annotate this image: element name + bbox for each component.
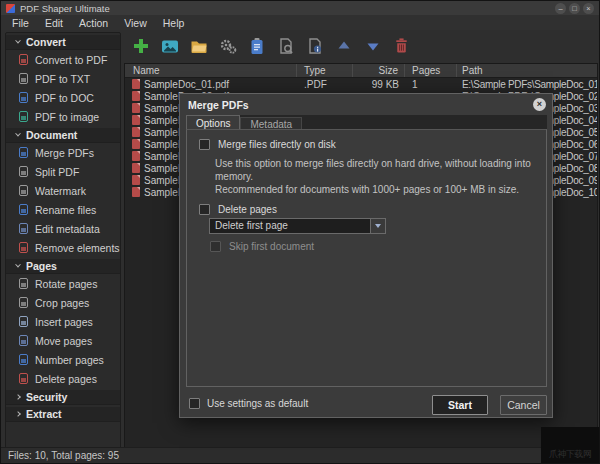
chevron-right-icon	[15, 411, 21, 417]
sidebar-item-rename-files[interactable]: Rename files	[6, 200, 120, 219]
dropdown-selected-value: Delete first page	[210, 219, 370, 233]
close-button[interactable]: ×	[583, 3, 594, 14]
pdf-file-icon	[132, 163, 140, 173]
window-title: PDF Shaper Ultimate	[20, 3, 110, 14]
skip-first-checkbox[interactable]	[210, 241, 221, 252]
sidebar-section-pages[interactable]: Pages	[6, 259, 120, 274]
column-header-type[interactable]: Type	[297, 64, 353, 77]
menu-edit[interactable]: Edit	[37, 17, 71, 29]
chevron-down-icon	[15, 38, 21, 44]
file-pages: 1	[405, 79, 457, 90]
dialog-tabs: Options Metadata	[186, 115, 547, 130]
chevron-down-icon	[15, 262, 21, 268]
sidebar-item-delete-pages[interactable]: Delete pages	[6, 369, 120, 388]
pdf-file-icon	[132, 127, 140, 137]
toolbar	[131, 31, 411, 60]
file-type: .PDF	[297, 79, 353, 90]
window-controls: – □ ×	[555, 3, 594, 14]
maximize-button[interactable]: □	[569, 3, 580, 14]
move-up-icon[interactable]	[334, 36, 353, 55]
sidebar-item-label: Delete pages	[35, 373, 97, 385]
dialog-close-icon[interactable]: ×	[533, 98, 546, 111]
start-button[interactable]: Start	[432, 395, 488, 415]
minimize-button[interactable]: –	[555, 3, 566, 14]
app-icon	[6, 4, 15, 13]
menu-action[interactable]: Action	[71, 17, 116, 29]
sidebar: Convert Convert to PDF PDF to TXT PDF to…	[5, 32, 121, 449]
sidebar-item-label: Crop pages	[35, 297, 89, 309]
column-header-size[interactable]: Size	[353, 64, 405, 77]
skip-first-option: Skip first document	[210, 241, 314, 252]
delete-files-icon[interactable]	[392, 36, 411, 55]
pdf-to-doc-icon	[19, 92, 28, 103]
sidebar-item-remove-elements[interactable]: Remove elements	[6, 238, 120, 257]
menu-file[interactable]: File	[4, 17, 37, 29]
paste-clipboard-icon[interactable]	[247, 36, 266, 55]
menu-view[interactable]: View	[116, 17, 155, 29]
pdf-to-txt-icon	[19, 73, 28, 84]
column-header-name[interactable]: Name	[125, 64, 297, 77]
dropdown-button[interactable]	[370, 219, 385, 233]
convert-to-pdf-icon	[19, 54, 28, 65]
open-folder-icon[interactable]	[189, 36, 208, 55]
crop-pages-icon	[19, 297, 28, 308]
skip-first-label: Skip first document	[229, 241, 314, 252]
merge-disk-description: Use this option to merge files directly …	[215, 157, 546, 196]
description-line: Use this option to merge files directly …	[215, 157, 546, 183]
pdf-file-icon	[132, 175, 140, 185]
sidebar-section-convert[interactable]: Convert	[6, 35, 120, 50]
use-default-checkbox[interactable]	[189, 398, 200, 409]
sidebar-section-extract[interactable]: Extract	[6, 407, 120, 422]
rotate-pages-icon	[19, 278, 28, 289]
pdf-file-icon	[132, 187, 140, 197]
delete-pages-icon	[19, 373, 28, 384]
chevron-down-icon	[15, 131, 21, 137]
sidebar-item-label: Remove elements	[35, 242, 120, 254]
cancel-button[interactable]: Cancel	[500, 395, 547, 415]
menu-help[interactable]: Help	[155, 17, 193, 29]
sidebar-item-label: Insert pages	[35, 316, 93, 328]
pdf-file-icon	[132, 139, 140, 149]
column-header-pages[interactable]: Pages	[405, 64, 457, 77]
sidebar-item-pdf-to-txt[interactable]: PDF to TXT	[6, 69, 120, 88]
sidebar-item-convert-to-pdf[interactable]: Convert to PDF	[6, 50, 120, 69]
merge-pdfs-icon	[19, 147, 28, 158]
section-label: Security	[26, 391, 67, 403]
document-info-icon[interactable]	[305, 36, 324, 55]
preview-document-icon[interactable]	[276, 36, 295, 55]
move-down-icon[interactable]	[363, 36, 382, 55]
sidebar-item-move-pages[interactable]: Move pages	[6, 331, 120, 350]
sidebar-item-number-pages[interactable]: Number pages	[6, 350, 120, 369]
settings-gears-icon[interactable]	[218, 36, 237, 55]
sidebar-item-label: Rotate pages	[35, 278, 97, 290]
watermark-text: 爪神下载网	[549, 448, 592, 461]
column-header-path[interactable]: Path	[457, 64, 597, 77]
sidebar-item-crop-pages[interactable]: Crop pages	[6, 293, 120, 312]
sidebar-item-insert-pages[interactable]: Insert pages	[6, 312, 120, 331]
status-bar: Files: 10, Total pages: 95	[1, 447, 599, 463]
sidebar-item-split-pdf[interactable]: Split PDF	[6, 162, 120, 181]
edit-metadata-icon	[19, 223, 28, 234]
sidebar-item-label: Convert to PDF	[35, 54, 107, 66]
sidebar-item-watermark[interactable]: Watermark	[6, 181, 120, 200]
sidebar-item-rotate-pages[interactable]: Rotate pages	[6, 274, 120, 293]
sidebar-section-document[interactable]: Document	[6, 128, 120, 143]
sidebar-item-merge-pdfs[interactable]: Merge PDFs	[6, 143, 120, 162]
pdf-file-icon	[132, 103, 140, 113]
pdf-file-icon	[132, 115, 140, 125]
sidebar-item-pdf-to-image[interactable]: PDF to image	[6, 107, 120, 126]
sidebar-item-edit-metadata[interactable]: Edit metadata	[6, 219, 120, 238]
delete-pages-dropdown[interactable]: Delete first page	[209, 218, 386, 234]
sidebar-item-pdf-to-doc[interactable]: PDF to DOC	[6, 88, 120, 107]
add-files-icon[interactable]	[131, 36, 150, 55]
section-label: Extract	[26, 408, 62, 420]
table-row[interactable]: SampleDoc_01.pdf.PDF99 KB1E:\Sample PDFs…	[125, 78, 597, 90]
description-line: Recommended for documents with 1000+ pag…	[215, 183, 546, 196]
tab-options[interactable]: Options	[186, 115, 240, 130]
title-bar: PDF Shaper Ultimate – □ ×	[1, 1, 599, 15]
merge-disk-checkbox[interactable]	[199, 139, 210, 150]
delete-pages-checkbox[interactable]	[199, 204, 210, 215]
add-image-icon[interactable]	[160, 36, 179, 55]
pdf-file-icon	[132, 91, 140, 101]
sidebar-section-security[interactable]: Security	[6, 390, 120, 405]
